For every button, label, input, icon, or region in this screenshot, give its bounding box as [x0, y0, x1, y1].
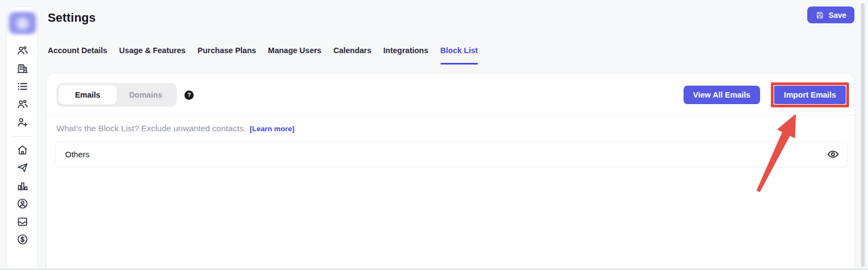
block-list-row-others[interactable]: Others — [55, 141, 848, 168]
sidebar-item-company[interactable] — [13, 60, 31, 78]
home-icon — [16, 144, 29, 156]
page-title: Settings — [48, 11, 95, 25]
view-all-emails-button[interactable]: View All Emails — [684, 86, 761, 104]
sidebar-item-home[interactable] — [13, 141, 31, 159]
block-list-card: Emails Domains ? View All Emails Import … — [46, 73, 855, 270]
person-circle-icon — [16, 197, 29, 210]
view-row-button[interactable] — [826, 148, 839, 161]
team-icon — [16, 98, 29, 111]
row-label: Others — [65, 150, 90, 159]
inbox-icon — [16, 215, 29, 228]
tab-purchase-plans[interactable]: Purchase Plans — [197, 46, 256, 57]
import-emails-button[interactable]: Import Emails — [774, 86, 846, 104]
tab-account-details[interactable]: Account Details — [48, 46, 107, 57]
tab-manage-users[interactable]: Manage Users — [268, 46, 321, 57]
eye-icon — [827, 148, 839, 160]
sidebar-divider — [12, 136, 32, 137]
contacts-icon — [16, 44, 29, 57]
annotation-highlight-box: Import Emails — [771, 82, 849, 107]
sidebar-nav — [7, 42, 37, 248]
tab-calendars[interactable]: Calendars — [333, 46, 371, 57]
app-logo[interactable] — [9, 12, 36, 34]
company-icon — [16, 62, 29, 75]
sidebar-item-add-person[interactable] — [13, 113, 31, 131]
save-button[interactable]: Save — [807, 7, 854, 23]
sidebar-item-campaigns[interactable] — [13, 159, 31, 177]
block-list-info: What's the Block List? Exclude unwanted … — [47, 115, 854, 133]
tab-block-list[interactable]: Block List — [441, 46, 478, 57]
block-list-info-text: What's the Block List? Exclude unwanted … — [56, 124, 246, 133]
emails-domains-toggle: Emails Domains — [56, 83, 177, 107]
sidebar-item-analytics[interactable] — [13, 177, 31, 195]
sidebar — [7, 7, 38, 270]
header-actions: View All Emails Import Emails — [684, 82, 846, 107]
send-icon — [16, 162, 29, 174]
sidebar-item-lists[interactable] — [13, 78, 31, 95]
learn-more-link[interactable]: [Learn more] — [250, 125, 295, 133]
sidebar-item-contacts[interactable] — [13, 42, 31, 60]
floppy-disk-icon — [815, 11, 824, 20]
bar-chart-icon — [16, 179, 29, 192]
help-icon[interactable]: ? — [184, 91, 194, 100]
tab-integrations[interactable]: Integrations — [384, 46, 429, 57]
toggle-emails[interactable]: Emails — [59, 85, 117, 105]
sidebar-item-billing[interactable] — [13, 230, 31, 248]
vertical-scrollbar[interactable] — [861, 3, 865, 267]
block-list-header: Emails Domains ? View All Emails Import … — [47, 74, 854, 115]
dollar-circle-icon — [16, 233, 29, 246]
list-icon — [16, 80, 29, 93]
save-button-label: Save — [828, 11, 846, 20]
sidebar-item-profile[interactable] — [13, 195, 31, 213]
tab-usage-features[interactable]: Usage & Features — [119, 46, 186, 57]
toggle-domains[interactable]: Domains — [117, 85, 175, 105]
sidebar-item-inbox[interactable] — [13, 213, 31, 230]
sidebar-item-team[interactable] — [13, 95, 31, 113]
settings-tabs: Account Details Usage & Features Purchas… — [48, 46, 478, 57]
person-add-icon — [16, 116, 29, 128]
